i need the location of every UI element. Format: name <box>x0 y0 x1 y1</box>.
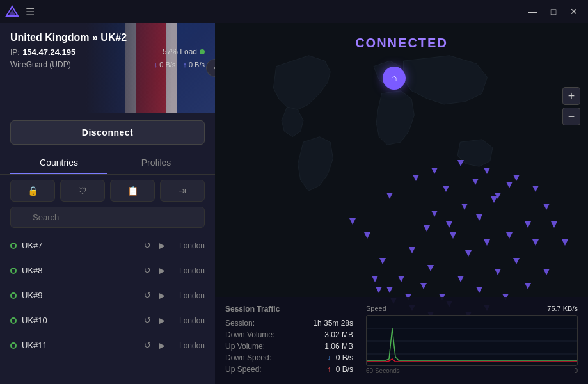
server-connect-button[interactable]: ▶ <box>156 264 168 276</box>
server-list-item[interactable]: UK#7 ↺ ▶ London <box>5 233 210 258</box>
zoom-in-button[interactable]: + <box>562 87 580 105</box>
server-connect-button[interactable]: ▶ <box>156 314 168 326</box>
server-refresh-button[interactable]: ↺ <box>141 289 154 301</box>
server-location-label: London <box>173 266 205 275</box>
vpn-node <box>364 232 370 239</box>
session-key: Session: <box>225 319 255 328</box>
load-dot <box>200 49 205 54</box>
left-panel: United Kingdom » UK#2 IP: 154.47.24.195 … <box>0 23 215 384</box>
vpn-node <box>495 269 501 275</box>
vpn-node <box>457 276 464 282</box>
filter-shield-button[interactable]: 🛡 <box>60 180 105 202</box>
vpn-node <box>461 204 468 210</box>
zoom-out-button[interactable]: − <box>562 108 580 125</box>
vpn-node <box>427 265 434 271</box>
vpn-node <box>562 239 568 246</box>
search-input[interactable] <box>10 207 205 228</box>
server-location-label: London <box>173 341 205 350</box>
hamburger-icon[interactable]: ☰ <box>26 6 35 18</box>
server-connect-button[interactable]: ▶ <box>156 239 168 252</box>
vpn-node <box>450 232 456 239</box>
speed-chart-label: Speed <box>366 305 386 312</box>
ip-row: IP: 154.47.24.195 57% Load <box>10 46 205 58</box>
session-panel: Session Traffic Session:1h 35m 28sDown V… <box>215 297 588 384</box>
server-list-item[interactable]: UK#10 ↺ ▶ London <box>5 308 210 333</box>
vpn-node <box>413 175 419 181</box>
chart-time: 60 Seconds 0 <box>366 367 578 374</box>
vpn-node <box>525 283 531 289</box>
server-id-label: UK#9 <box>22 291 136 300</box>
server-refresh-button[interactable]: ↺ <box>141 314 154 326</box>
server-list-item[interactable]: UK#8 ↺ ▶ London <box>5 258 210 283</box>
server-connect-button[interactable]: ▶ <box>156 289 168 301</box>
vpn-node <box>443 186 449 192</box>
server-actions: ↺ ▶ <box>141 339 168 351</box>
maximize-button[interactable]: □ <box>544 4 562 19</box>
minimize-button[interactable]: — <box>524 4 542 19</box>
server-refresh-button[interactable]: ↺ <box>141 239 154 252</box>
speed-chart-svg <box>366 315 578 366</box>
search-wrapper: 🔍 <box>10 207 205 228</box>
session-value: ↑ 0 B/s <box>327 365 353 374</box>
vpn-node <box>543 204 550 210</box>
server-status-dot <box>10 243 17 249</box>
vpn-node <box>472 179 479 185</box>
titlebar-left: ☰ <box>5 4 35 19</box>
vpn-node <box>376 287 382 293</box>
search-container: 🔍 <box>0 207 215 228</box>
server-status-dot <box>10 292 17 299</box>
vpn-node <box>484 239 490 246</box>
session-value: 3.02 MB <box>324 330 353 339</box>
vpn-node <box>532 239 539 246</box>
server-location-label: London <box>173 241 205 250</box>
vpn-node <box>446 221 452 228</box>
filter-arrow-button[interactable]: ⇥ <box>160 180 205 202</box>
vpn-node <box>543 269 550 275</box>
ip-info: IP: 154.47.24.195 <box>10 46 75 58</box>
close-button[interactable]: ✕ <box>565 4 583 19</box>
map-controls: + − <box>562 87 580 125</box>
chart-time-start: 60 Seconds <box>366 367 400 374</box>
shield-icon: 🛡 <box>78 186 87 196</box>
filter-list-button[interactable]: 📋 <box>110 180 155 202</box>
filter-row: 🔒 🛡 📋 ⇥ <box>0 180 215 202</box>
session-key: Down Speed: <box>225 353 271 362</box>
server-list-item[interactable]: UK#9 ↺ ▶ London <box>5 283 210 308</box>
vpn-node <box>431 168 438 174</box>
vpn-node <box>476 214 482 221</box>
vpn-node <box>379 258 386 264</box>
vpn-node <box>513 175 520 181</box>
server-list-item[interactable]: UK#11 ↺ ▶ London <box>5 333 210 358</box>
server-id-label: UK#11 <box>22 340 136 350</box>
vpn-node <box>476 287 482 293</box>
load-info: 57% Load <box>163 47 205 56</box>
server-refresh-button[interactable]: ↺ <box>141 264 154 276</box>
chart-area <box>366 315 578 366</box>
tab-countries[interactable]: Countries <box>10 152 107 174</box>
filter-lock-button[interactable]: 🔒 <box>10 180 55 202</box>
session-value: 1h 35m 28s <box>313 319 353 328</box>
arrow-icon: ⇥ <box>179 186 186 196</box>
vpn-node <box>525 221 531 228</box>
list-icon: 📋 <box>127 186 138 196</box>
server-refresh-button[interactable]: ↺ <box>141 339 154 351</box>
server-id-label: UK#7 <box>22 241 136 250</box>
map-container: CONNECTED ⌂ + − Session Traffic Session:… <box>215 23 588 384</box>
titlebar-controls: — □ ✕ <box>524 4 583 19</box>
tabs-container: Countries Profiles <box>0 152 215 175</box>
server-actions: ↺ ▶ <box>141 314 168 326</box>
session-key: Up Volume: <box>225 342 265 351</box>
tab-profiles[interactable]: Profiles <box>107 152 205 174</box>
speed-chart: Speed 75.7 KB/s <box>366 305 578 376</box>
app-logo-icon <box>5 4 19 19</box>
server-connect-button[interactable]: ▶ <box>156 339 168 351</box>
vpn-node <box>420 283 427 289</box>
speed-info: 0 B/s 0 B/s <box>154 61 205 68</box>
vpn-node <box>506 232 513 239</box>
vpn-node <box>386 193 393 199</box>
disconnect-button[interactable]: Disconnect <box>10 120 205 145</box>
vpn-node <box>484 168 490 174</box>
vpn-node <box>386 287 393 293</box>
vpn-node <box>513 258 520 264</box>
session-key: Up Speed: <box>225 365 262 374</box>
